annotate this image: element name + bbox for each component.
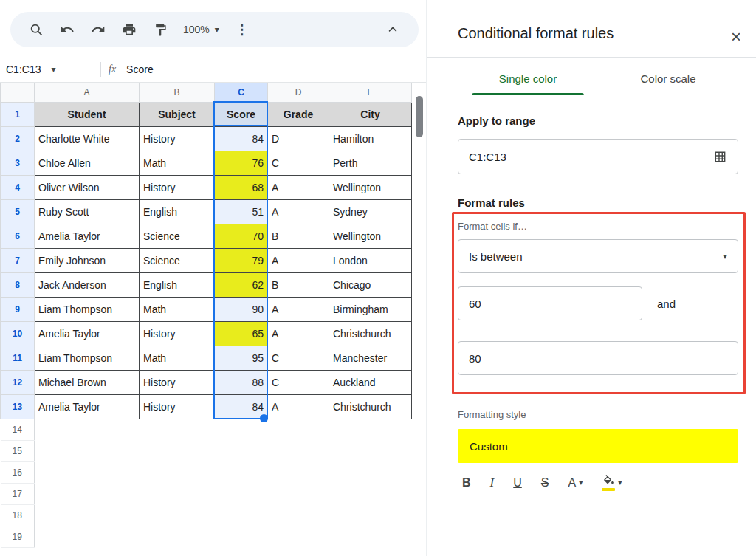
row-header-15[interactable]: 15 bbox=[1, 440, 35, 461]
row-header-2[interactable]: 2 bbox=[1, 126, 35, 151]
search-button[interactable] bbox=[23, 16, 49, 43]
condition-select[interactable]: Is between ▾ bbox=[458, 239, 738, 273]
cell-subject[interactable]: Math bbox=[140, 346, 215, 370]
cell-grade[interactable]: B bbox=[268, 224, 329, 248]
row-header-3[interactable]: 3 bbox=[1, 151, 35, 175]
row-header-12[interactable]: 12 bbox=[1, 370, 35, 394]
row-header-14[interactable]: 14 bbox=[1, 419, 35, 440]
max-value-input[interactable] bbox=[458, 341, 738, 375]
row-header-19[interactable]: 19 bbox=[1, 526, 35, 547]
empty-cells[interactable] bbox=[35, 419, 412, 440]
cell-subject[interactable]: English bbox=[140, 199, 215, 224]
undo-button[interactable] bbox=[54, 16, 80, 43]
cell-student[interactable]: Amelia Taylor bbox=[35, 394, 140, 419]
column-header-b[interactable]: B bbox=[140, 83, 215, 102]
row-header-1[interactable]: 1 bbox=[1, 102, 35, 126]
cell-city[interactable]: Manchester bbox=[329, 346, 412, 370]
cell-subject[interactable]: Math bbox=[140, 151, 215, 175]
cell-city[interactable]: Perth bbox=[329, 151, 412, 175]
cell-subject[interactable]: History bbox=[140, 321, 215, 346]
cell-student[interactable]: Charlotte White bbox=[35, 126, 140, 151]
row-header-7[interactable]: 7 bbox=[1, 248, 35, 272]
cell-score[interactable]: 65 bbox=[215, 321, 268, 346]
row-header-17[interactable]: 17 bbox=[1, 483, 35, 504]
column-header-c[interactable]: C bbox=[215, 83, 268, 102]
strikethrough-button[interactable]: S bbox=[541, 476, 549, 490]
cell-grade[interactable]: D bbox=[268, 126, 329, 151]
cell-score[interactable]: 70 bbox=[215, 224, 268, 248]
column-header-e[interactable]: E bbox=[329, 83, 412, 102]
cell-grade[interactable]: A bbox=[268, 175, 329, 199]
vertical-scrollbar[interactable] bbox=[415, 84, 425, 556]
cell-student[interactable]: Liam Thompson bbox=[35, 346, 140, 370]
cell-student[interactable]: Amelia Taylor bbox=[35, 321, 140, 346]
cell-score[interactable]: 51 bbox=[215, 199, 268, 224]
row-header-8[interactable]: 8 bbox=[1, 272, 35, 297]
cell-grade[interactable]: A bbox=[268, 297, 329, 321]
cell-city[interactable]: Sydney bbox=[329, 199, 412, 224]
cell-subject[interactable]: History bbox=[140, 175, 215, 199]
bold-button[interactable]: B bbox=[462, 476, 471, 490]
cell-grade[interactable]: C bbox=[268, 346, 329, 370]
cell-subject[interactable]: History bbox=[140, 394, 215, 419]
cell-score[interactable]: 84 bbox=[215, 394, 268, 419]
tab-single-color[interactable]: Single color bbox=[458, 58, 598, 95]
row-header-9[interactable]: 9 bbox=[1, 297, 35, 321]
cell-subject[interactable]: Science bbox=[140, 248, 215, 272]
cell-subject[interactable]: History bbox=[140, 370, 215, 394]
cell-grade[interactable]: C bbox=[268, 151, 329, 175]
scrollbar-thumb[interactable] bbox=[416, 96, 423, 137]
cell-subject[interactable]: History bbox=[140, 126, 215, 151]
row-header-5[interactable]: 5 bbox=[1, 199, 35, 224]
cell-a1-student-header[interactable]: Student bbox=[35, 102, 140, 126]
fill-color-button[interactable]: ▾ bbox=[602, 475, 622, 491]
row-header-16[interactable]: 16 bbox=[1, 461, 35, 483]
cell-score[interactable]: 79 bbox=[215, 248, 268, 272]
cell-score[interactable]: 68 bbox=[215, 175, 268, 199]
cell-c1-score-header[interactable]: Score bbox=[215, 102, 268, 126]
row-header-13[interactable]: 13 bbox=[1, 394, 35, 419]
empty-cells[interactable] bbox=[35, 461, 412, 483]
cell-student[interactable]: Jack Anderson bbox=[35, 272, 140, 297]
cell-city[interactable]: Christchurch bbox=[329, 394, 412, 419]
empty-cells[interactable] bbox=[35, 483, 412, 504]
cell-d1-grade-header[interactable]: Grade bbox=[268, 102, 329, 126]
zoom-select[interactable]: 100% ▾ bbox=[176, 24, 227, 35]
selection-fill-handle[interactable] bbox=[260, 414, 268, 422]
empty-cells[interactable] bbox=[35, 526, 412, 547]
select-all-corner[interactable] bbox=[1, 83, 35, 102]
cell-city[interactable]: London bbox=[329, 248, 412, 272]
cell-subject[interactable]: Math bbox=[140, 297, 215, 321]
cell-student[interactable]: Emily Johnson bbox=[35, 248, 140, 272]
formula-input[interactable]: Score bbox=[126, 64, 154, 75]
select-data-range-icon[interactable] bbox=[713, 150, 727, 164]
cell-grade[interactable]: A bbox=[268, 199, 329, 224]
name-box[interactable]: C1:C13 ▾ bbox=[6, 64, 93, 75]
text-color-button[interactable]: A ▾ bbox=[568, 476, 583, 490]
cell-score[interactable]: 84 bbox=[215, 126, 268, 151]
collapse-toolbar-button[interactable] bbox=[379, 16, 406, 43]
cell-grade[interactable]: B bbox=[268, 272, 329, 297]
column-header-a[interactable]: A bbox=[35, 83, 140, 102]
cell-subject[interactable]: Science bbox=[140, 224, 215, 248]
cell-grade[interactable]: A bbox=[268, 248, 329, 272]
cell-grade[interactable]: A bbox=[268, 394, 329, 419]
cell-student[interactable]: Oliver Wilson bbox=[35, 175, 140, 199]
cell-score[interactable]: 76 bbox=[215, 151, 268, 175]
apply-range-input[interactable]: C1:C13 bbox=[458, 139, 738, 174]
more-options-button[interactable]: ⋮ bbox=[229, 16, 255, 43]
cell-score[interactable]: 88 bbox=[215, 370, 268, 394]
cell-student[interactable]: Ruby Scott bbox=[35, 199, 140, 224]
cell-subject[interactable]: English bbox=[140, 272, 215, 297]
cell-city[interactable]: Wellington bbox=[329, 175, 412, 199]
paint-format-button[interactable] bbox=[147, 16, 173, 43]
empty-cells[interactable] bbox=[35, 504, 412, 526]
row-header-4[interactable]: 4 bbox=[1, 175, 35, 199]
column-header-d[interactable]: D bbox=[268, 83, 329, 102]
cell-city[interactable]: Auckland bbox=[329, 370, 412, 394]
row-header-11[interactable]: 11 bbox=[1, 346, 35, 370]
print-button[interactable] bbox=[116, 16, 142, 43]
cell-score[interactable]: 90 bbox=[215, 297, 268, 321]
cell-student[interactable]: Michael Brown bbox=[35, 370, 140, 394]
cell-grade[interactable]: C bbox=[268, 370, 329, 394]
